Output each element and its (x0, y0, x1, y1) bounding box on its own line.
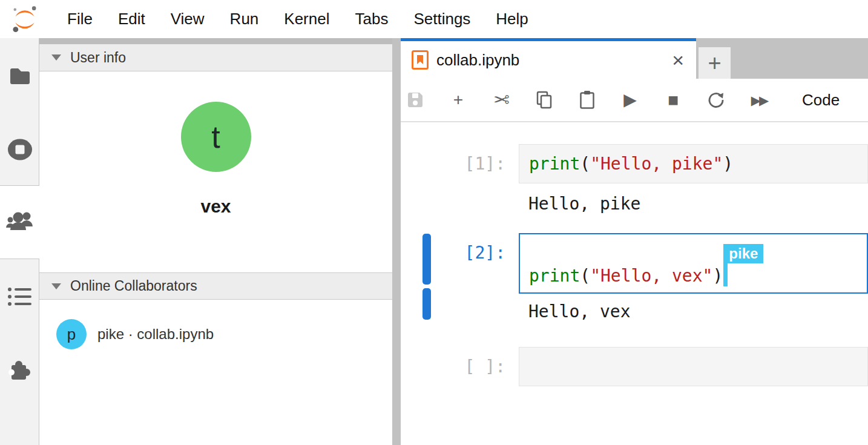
collaborator-avatar-letter: p (67, 325, 76, 344)
cell-1-output-text: Hello, pike (519, 193, 640, 215)
cell-1-prompt: [1]: (401, 144, 519, 183)
cell-3-prompt: [ ]: (401, 347, 519, 386)
code-cell-1: [1]: print("Hello, pike") (401, 144, 868, 183)
collaborator-cursor-flag: pike (723, 244, 763, 263)
menu-bar: File Edit View Run Kernel Tabs Settings … (0, 0, 868, 38)
menu-view[interactable]: View (158, 10, 217, 28)
collaborator-list-item[interactable]: p pike · collab.ipynb (56, 319, 392, 349)
notebook-toolbar: + ✂ ▶ ■ (401, 79, 868, 122)
cell-2-line-1 (529, 242, 867, 263)
cell-1-output: Hello, pike (401, 193, 868, 215)
collapse-caret-icon (51, 283, 61, 289)
menu-edit[interactable]: Edit (105, 10, 158, 28)
current-user-avatar: t (181, 102, 251, 172)
new-tab-button[interactable]: + (699, 47, 731, 79)
code-cell-3: [ ]: (401, 347, 868, 386)
cell-3-input[interactable] (519, 347, 868, 386)
code-cell-2: [2]: print("Hello, vex")pike (401, 233, 868, 294)
table-of-contents-icon[interactable] (0, 286, 39, 308)
run-cell-icon[interactable]: ▶ (617, 86, 643, 114)
collaborators-icon[interactable] (0, 210, 39, 233)
collaborator-selection-bar (422, 234, 431, 285)
current-user-name: vex (200, 196, 231, 217)
tab-title: collab.ipynb (436, 51, 662, 70)
menu-run[interactable]: Run (217, 10, 272, 28)
user-info-section-header[interactable]: User info (39, 44, 392, 71)
tab-collab-ipynb[interactable]: collab.ipynb × (401, 38, 696, 79)
collaborator-selection-bar (422, 288, 431, 320)
panel-top-border (39, 38, 392, 44)
cell-2-output: Hello, vex (401, 301, 868, 323)
collapse-caret-icon (51, 54, 61, 61)
menu-kernel[interactable]: Kernel (271, 10, 342, 28)
jupyter-logo-icon (11, 5, 39, 33)
activity-bar (0, 38, 39, 445)
cell-2-line-2: print("Hello, vex")pike (529, 263, 867, 285)
online-collaborators-title: Online Collaborators (70, 278, 197, 294)
cell-2-input[interactable]: print("Hello, vex")pike (519, 233, 868, 294)
tab-close-icon[interactable]: × (669, 50, 686, 70)
restart-run-all-icon[interactable]: ▶▶ (746, 86, 772, 114)
left-side-panel: User info t vex Online Collaborators p p… (39, 38, 392, 445)
interrupt-kernel-icon[interactable]: ■ (660, 86, 686, 114)
restart-kernel-icon[interactable] (703, 86, 729, 114)
tab-bar: collab.ipynb × + (401, 38, 868, 79)
cell-1-input[interactable]: print("Hello, pike") (519, 144, 868, 183)
activity-bar-top-segment (0, 38, 39, 186)
user-info-title: User info (70, 50, 126, 66)
notebook-file-icon (412, 50, 429, 70)
cut-cells-icon[interactable]: ✂ (488, 86, 515, 114)
running-sessions-icon[interactable] (0, 137, 39, 162)
insert-cell-icon[interactable]: + (445, 86, 472, 114)
current-user-avatar-letter: t (211, 119, 220, 155)
collaborators-list: p pike · collab.ipynb (39, 300, 392, 445)
cell-type-dropdown[interactable]: Code (802, 91, 840, 110)
extension-manager-icon[interactable] (0, 357, 39, 383)
notebook-content: [1]: print("Hello, pike") Hello, pike [2… (401, 122, 868, 445)
file-browser-icon[interactable] (0, 64, 39, 88)
menu-file[interactable]: File (54, 10, 105, 28)
cell-2-output-text: Hello, vex (519, 301, 631, 323)
collaborator-label: pike · collab.ipynb (97, 326, 214, 343)
menu-settings[interactable]: Settings (401, 10, 483, 28)
panel-splitter-handle[interactable] (392, 38, 401, 445)
paste-cells-icon[interactable] (574, 86, 600, 114)
menu-help[interactable]: Help (483, 10, 541, 28)
collaborator-cursor: pike (723, 263, 728, 286)
collaborator-avatar: p (56, 319, 87, 349)
save-icon[interactable] (402, 86, 429, 114)
menu-tabs[interactable]: Tabs (342, 10, 401, 28)
online-collaborators-section-header[interactable]: Online Collaborators (39, 272, 392, 300)
main-dock-area: collab.ipynb × + + ✂ (401, 38, 868, 445)
user-info-panel: t vex (39, 71, 392, 272)
cell-2-prompt: [2]: (401, 233, 519, 294)
copy-cells-icon[interactable] (531, 86, 557, 114)
